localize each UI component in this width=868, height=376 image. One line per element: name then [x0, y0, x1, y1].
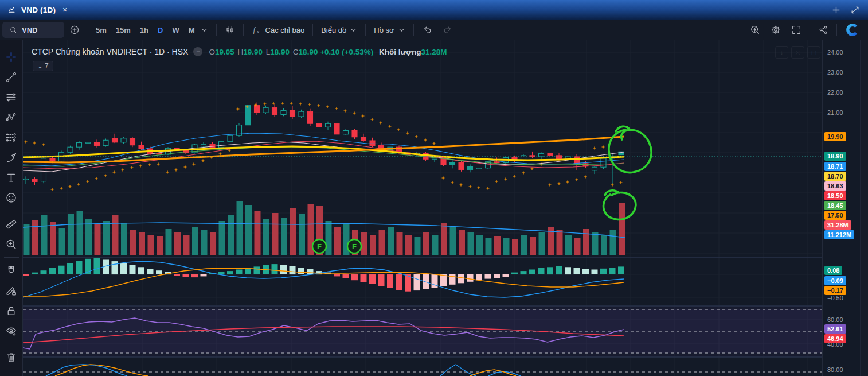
pane-move-down-button[interactable]: ↓	[775, 46, 788, 59]
timeframe-D[interactable]: D	[153, 26, 167, 34]
brush-icon	[5, 152, 17, 164]
sidebar-separator	[4, 257, 19, 258]
svg-text:F: F	[352, 242, 357, 251]
high-value: 19.90	[243, 48, 263, 56]
zoom-in-tool[interactable]	[2, 234, 21, 254]
svg-text:x: x	[257, 29, 259, 34]
xabcd-pattern-tool[interactable]	[2, 107, 21, 127]
change-value: +0.10 (+0.53%)	[320, 48, 373, 56]
axis-badge-46.94: 46.94	[824, 334, 846, 343]
timeframe-5m[interactable]: 5m	[91, 26, 111, 34]
profile-menu-label: Hồ sơ	[374, 26, 394, 34]
settings-button[interactable]	[765, 20, 786, 40]
eye-icon	[5, 325, 17, 337]
toolbar-separator	[216, 24, 217, 36]
axis-badge-−0.09: −0.09	[824, 276, 846, 285]
timeframe-M[interactable]: M	[184, 26, 200, 34]
app-logo-icon	[845, 22, 860, 37]
brush-tool[interactable]	[2, 148, 21, 168]
toolbar-separator	[365, 24, 366, 36]
volume-label: Khối lượng	[379, 48, 421, 56]
axis-badge-0.08: 0.08	[824, 266, 842, 275]
crosshair-tool[interactable]	[2, 47, 21, 67]
compare-add-button[interactable]	[64, 20, 85, 40]
hide-drawings-tool[interactable]	[2, 321, 21, 341]
toolbar-separator	[88, 24, 88, 36]
text-tool[interactable]	[2, 168, 21, 188]
legend-collapse-button[interactable]: −	[193, 47, 202, 56]
hidden-indicators-count: 7	[45, 62, 49, 70]
unlock-tool[interactable]	[2, 301, 21, 321]
timeframe-W[interactable]: W	[167, 26, 183, 34]
chart-style-button[interactable]	[220, 20, 240, 40]
magnet-tool[interactable]	[2, 261, 21, 281]
emoji-tool[interactable]	[2, 188, 21, 208]
toolbar-separator	[243, 24, 244, 36]
sidebar-separator	[4, 344, 19, 344]
toolbar-separator	[413, 24, 414, 36]
forecast-tool[interactable]	[2, 127, 21, 148]
pencil_lock-icon	[5, 285, 17, 297]
chart-canvas[interactable]: FF	[23, 40, 822, 376]
axis-tick-23.00: 23.00	[827, 68, 843, 77]
app-logo[interactable]	[840, 20, 868, 40]
remove-drawings-tool[interactable]	[2, 347, 21, 367]
axis-tick-24.00: 24.00	[827, 48, 843, 57]
axis-badge-52.61: 52.61	[824, 324, 846, 334]
chevron-down-icon	[201, 26, 208, 34]
measure-tool[interactable]	[2, 214, 21, 234]
timeframe-menu-button[interactable]	[200, 20, 213, 40]
axis-badge-18.63: 18.63	[824, 181, 846, 191]
chevron-down-icon: ⌄	[37, 62, 43, 70]
share-button[interactable]	[813, 20, 834, 40]
tab-close-icon[interactable]: ×	[62, 5, 67, 14]
toolbar-separator	[810, 24, 810, 36]
pattern-icon	[5, 111, 17, 123]
gear-icon	[771, 25, 781, 35]
share-icon	[818, 25, 828, 35]
smiley-icon	[5, 192, 17, 204]
search-icon	[9, 26, 18, 34]
pane-collapse-button[interactable]: ⤫	[791, 46, 804, 59]
axis-badge-18.71: 18.71	[824, 162, 846, 171]
redo-icon	[443, 25, 453, 35]
axis-tick-22.00: 22.00	[827, 88, 843, 97]
chart-tab[interactable]: VND (1D) ×	[0, 0, 75, 20]
trend-icon	[5, 71, 17, 83]
breakout-candle-circle	[609, 126, 651, 172]
add-panel-icon[interactable]	[831, 5, 841, 15]
expand-window-icon[interactable]	[850, 5, 860, 15]
lock-drawings-tool[interactable]	[2, 281, 21, 301]
axis-tick-60.00: 60.00	[827, 315, 843, 324]
volume-value: 31.28M	[421, 48, 447, 56]
text-icon	[5, 172, 17, 184]
quick-search-icon	[750, 25, 760, 35]
chart-menu-label: Biểu đồ	[321, 26, 346, 34]
symbol-description[interactable]: CTCP Chứng khoán VNDIRECT · 1D · HSX	[32, 47, 188, 56]
pane-maximize-button[interactable]: ▢	[807, 46, 820, 59]
chart-area[interactable]: FF CTCP Chứng khoán VNDIRECT · 1D · HSX …	[23, 40, 822, 376]
axis-badge-31.28M: 31.28M	[824, 220, 851, 230]
parallel-lines-tool[interactable]	[2, 87, 21, 107]
profile-menu-button[interactable]: Hồ sơ	[369, 20, 410, 40]
timeframe-15m[interactable]: 15m	[111, 26, 135, 34]
trend-line-tool[interactable]	[2, 67, 21, 87]
timeframe-1h[interactable]: 1h	[135, 26, 153, 34]
chevron-down-icon	[350, 26, 357, 34]
open-value: 19.05	[215, 48, 234, 56]
price-axis[interactable]: 24.0023.0022.0021.00−0.5060.0040.0080.00…	[822, 40, 861, 376]
fullscreen-button[interactable]	[786, 20, 807, 40]
hidden-indicators-button[interactable]: ⌄ 7	[33, 61, 53, 71]
trash-icon	[5, 351, 17, 363]
chart-menu-button[interactable]: Biểu đồ	[316, 20, 362, 40]
indicators-button[interactable]: fx Các chỉ báo	[247, 20, 310, 40]
quick-search-button[interactable]	[745, 20, 765, 40]
symbol-search[interactable]: VND	[2, 22, 64, 38]
zoomin-icon	[5, 238, 17, 250]
sidebar-separator	[4, 211, 19, 211]
axis-badge-19.90: 19.90	[824, 132, 846, 141]
axis-badge-11.212M: 11.212M	[824, 230, 854, 239]
redo-button[interactable]	[437, 20, 458, 40]
ruler-icon	[5, 218, 17, 230]
undo-button[interactable]	[417, 20, 437, 40]
